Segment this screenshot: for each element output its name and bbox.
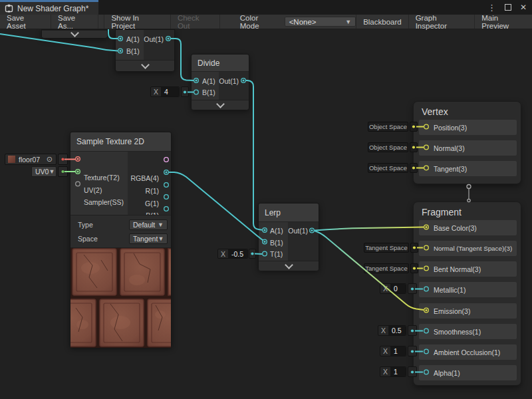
ambient-occlusion-default-field[interactable]: X 1	[380, 346, 406, 356]
tab-new-shader-graph[interactable]: New Shader Graph*	[0, 0, 98, 15]
texture-preview-image	[70, 248, 171, 348]
metallic-default-field[interactable]: X 0	[380, 283, 406, 294]
pill-port-box	[410, 243, 418, 253]
fragment-row-bent-normal[interactable]: Bent Normal(3)	[419, 261, 517, 277]
object-picker-icon[interactable]: ⊙	[47, 155, 53, 164]
pill-label: Object Space	[369, 123, 407, 130]
close-icon[interactable]: ✕	[520, 3, 527, 11]
fragment-row-normal-ts[interactable]: Normal (Tangent Space)(3)	[419, 241, 517, 256]
wire[interactable]	[169, 172, 265, 241]
chevron-down-icon: ▼	[345, 19, 351, 25]
alpha-default-field[interactable]: X 1	[380, 366, 406, 377]
node-collapse-button[interactable]	[42, 30, 107, 38]
type-dropdown[interactable]: Default ▼	[129, 219, 168, 230]
node-title: Lerp	[259, 203, 319, 222]
field-x-value[interactable]: 4	[161, 87, 179, 96]
vertex-block[interactable]: Vertex Position(3) Normal(3) Tangent(3)	[413, 101, 521, 184]
chevron-down-icon: ▼	[158, 221, 164, 228]
field-x-label: X	[380, 347, 390, 355]
port-label-out: Out(1)	[288, 225, 319, 237]
title-bar: New Shader Graph* ⋮ ✕	[0, 0, 532, 15]
row-label: Ambient Occlusion(1)	[434, 348, 500, 356]
fragment-row-smoothness[interactable]: Smoothness(1)	[419, 324, 517, 339]
fragment-row-ambient-occlusion[interactable]: Ambient Occlusion(1)	[419, 344, 517, 360]
shader-graph-icon	[5, 4, 13, 13]
row-label: Position(3)	[434, 124, 467, 132]
field-port-box	[249, 249, 256, 259]
field-x-label: X	[151, 88, 161, 96]
row-label: Metallic(1)	[434, 286, 466, 294]
field-port-box	[408, 325, 417, 336]
field-x-value[interactable]: 0.5	[388, 326, 406, 335]
fragment-row-emission[interactable]: Emission(3)	[419, 303, 517, 319]
fragment-row-metallic[interactable]: Metallic(1)	[419, 282, 517, 297]
window-menu-icon[interactable]: ⋮	[487, 3, 496, 12]
texture-preview	[70, 247, 171, 348]
space-pill-normal-ts[interactable]: Tangent Space	[364, 243, 409, 253]
maximize-icon[interactable]	[505, 4, 511, 11]
row-label: Bent Normal(3)	[434, 265, 481, 273]
fragment-block[interactable]: Fragment Base Color(3) Normal (Tangent S…	[413, 201, 521, 386]
field-x-value[interactable]: -0.5	[228, 249, 247, 258]
vertex-row-position[interactable]: Position(3)	[419, 120, 517, 135]
space-pill-tangent[interactable]: Object Space	[368, 163, 408, 173]
collapsed-node-bottom[interactable]	[41, 29, 108, 38]
node-collapse-button[interactable]	[259, 261, 319, 271]
texture-thumbnail	[8, 156, 15, 163]
node-divide[interactable]: Divide A(1) B(1) Out(1)	[191, 54, 249, 110]
node-partial-top[interactable]: A(1) B(1) Out(1)	[115, 29, 175, 71]
space-pill-bent-normal[interactable]: Tangent Space	[364, 263, 409, 273]
show-in-project-button[interactable]: Show In Project	[104, 15, 170, 29]
port-label-b: B(1)	[116, 45, 144, 57]
node-collapse-button[interactable]	[192, 100, 249, 110]
divide-b-default-field[interactable]: X 4	[150, 86, 180, 97]
fragment-row-base-color[interactable]: Base Color(3)	[419, 220, 517, 235]
node-lerp[interactable]: Lerp A(1) B(1) T(1) Out(1)	[258, 203, 319, 270]
pill-port-box	[410, 163, 418, 173]
main-preview-button[interactable]: Main Preview	[474, 15, 532, 29]
row-label: Base Color(3)	[434, 224, 477, 232]
port-label-texture: Texture(T2)	[84, 174, 120, 182]
vertex-row-normal[interactable]: Normal(3)	[419, 140, 517, 156]
space-pill-position[interactable]: Object Space	[368, 122, 408, 132]
node-title: Divide	[192, 55, 249, 72]
wire[interactable]	[315, 227, 424, 231]
fragment-row-alpha[interactable]: Alpha(1)	[419, 365, 517, 380]
graph-inspector-button[interactable]: Graph Inspector	[408, 15, 475, 29]
chevron-down-icon	[285, 261, 293, 269]
row-label: Smoothness(1)	[434, 328, 481, 336]
space-pill-normal[interactable]: Object Space	[368, 142, 408, 152]
texture-name: floor07	[19, 156, 40, 164]
save-as-button[interactable]: Save As...	[51, 15, 98, 29]
pill-port-box	[410, 142, 418, 152]
node-sample-texture-2d[interactable]: Sample Texture 2D Texture(T2) UV(2) Samp…	[70, 132, 172, 347]
chevron-down-icon	[216, 100, 225, 108]
node-collapse-button[interactable]	[116, 60, 174, 71]
fragment-title: Fragment	[422, 207, 462, 217]
field-port-box	[408, 283, 417, 294]
field-x-value[interactable]: 1	[390, 367, 406, 376]
field-x-value[interactable]: 1	[390, 346, 406, 356]
smoothness-default-field[interactable]: X 0.5	[378, 325, 406, 336]
texture-object-field[interactable]: floor07 ⊙	[5, 154, 57, 165]
chevron-down-icon	[141, 61, 150, 69]
space-value: Tangent	[133, 235, 158, 243]
field-port-box	[58, 166, 68, 177]
space-dropdown[interactable]: Tangent ▼	[129, 233, 168, 244]
chevron-down-icon: ▼	[49, 168, 55, 175]
port-label-t: T(1)	[259, 249, 288, 261]
color-mode-label: Color Mode	[240, 15, 279, 29]
port-label-out: Out(1)	[144, 33, 174, 45]
blackboard-button[interactable]: Blackboard	[356, 15, 408, 29]
field-port-box	[408, 346, 417, 356]
port-label-rgba: RGBA(4)	[130, 174, 159, 182]
field-x-value[interactable]: 0	[390, 284, 406, 293]
vertex-row-tangent[interactable]: Tangent(3)	[419, 161, 517, 176]
uv-channel-dropdown[interactable]: UV0 ▼	[31, 166, 57, 177]
save-asset-button[interactable]: Save Asset	[0, 15, 51, 29]
lerp-t-default-field[interactable]: X -0.5	[217, 249, 248, 259]
row-label: Emission(3)	[434, 307, 470, 315]
color-mode-dropdown[interactable]: <None> ▼	[285, 17, 356, 27]
graph-toolbar: Save Asset Save As... Show In Project Ch…	[0, 15, 532, 29]
port-label-g: G(1)	[145, 200, 159, 207]
